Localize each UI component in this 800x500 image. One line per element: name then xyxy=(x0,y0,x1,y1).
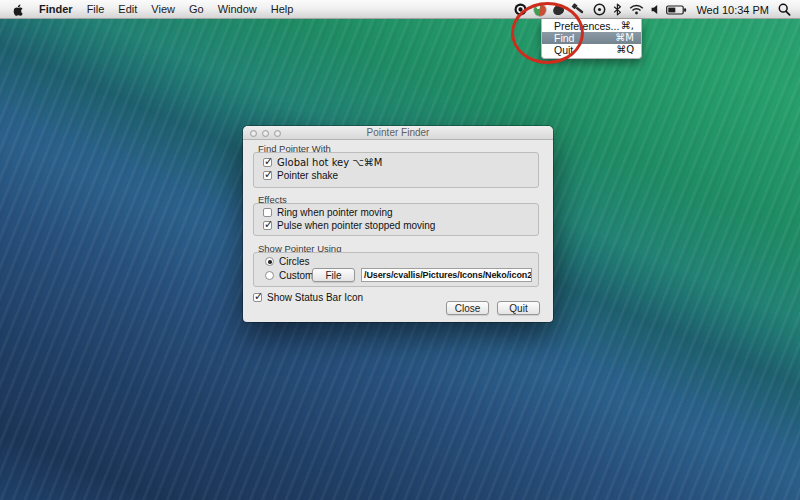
menu-item-shortcut: ⌘, xyxy=(621,20,634,32)
radio-label: Circles xyxy=(279,256,310,267)
checkbox-pointer-shake[interactable]: Pointer shake xyxy=(263,170,338,181)
checkbox-icon xyxy=(253,293,262,302)
menu-item-label: Preferences... xyxy=(554,20,619,32)
radio-label: Custom xyxy=(279,270,313,281)
status-item-menu: Preferences... ⌘, Find ⌘M Quit ⌘Q xyxy=(541,19,642,59)
radio-custom[interactable]: Custom xyxy=(265,270,313,281)
menu-finder[interactable]: Finder xyxy=(32,0,80,19)
checkbox-label: Ring when pointer moving xyxy=(277,207,393,218)
menu-file[interactable]: File xyxy=(80,0,112,19)
quit-button[interactable]: Quit xyxy=(497,301,540,315)
checkbox-icon xyxy=(263,171,272,180)
radio-icon xyxy=(265,271,274,280)
menu-view[interactable]: View xyxy=(144,0,182,19)
menu-item-quit[interactable]: Quit ⌘Q xyxy=(542,44,641,56)
pointer-finder-status-icon[interactable] xyxy=(514,3,527,16)
menu-item-shortcut: ⌘Q xyxy=(616,44,634,56)
volume-icon[interactable] xyxy=(651,4,659,15)
menu-window[interactable]: Window xyxy=(211,0,264,19)
custom-icon-path-field[interactable]: /Users/cvallis/Pictures/Icons/Neko/icon2 xyxy=(361,268,532,282)
globe-app-status-icon[interactable] xyxy=(534,4,546,16)
window-title: Pointer Finder xyxy=(243,127,553,138)
menu-help[interactable]: Help xyxy=(264,0,301,19)
menubar: Finder File Edit View Go Window Help xyxy=(0,0,800,19)
menu-item-label: Find xyxy=(554,32,574,44)
radio-icon xyxy=(265,257,274,266)
menu-item-find[interactable]: Find ⌘M xyxy=(542,32,641,44)
checkbox-icon xyxy=(263,208,272,217)
status-tray: Wed 10:34 PM xyxy=(514,0,800,19)
flashlight-status-icon[interactable] xyxy=(571,3,586,16)
file-button[interactable]: File xyxy=(312,268,355,282)
menubar-clock[interactable]: Wed 10:34 PM xyxy=(694,4,771,16)
menu-item-preferences[interactable]: Preferences... ⌘, xyxy=(542,20,641,32)
checkbox-ring-when-moving[interactable]: Ring when pointer moving xyxy=(263,207,393,218)
circle-dot-status-icon[interactable] xyxy=(593,3,606,16)
checkbox-label: Global hot key ⌥⌘M xyxy=(277,157,382,168)
checkbox-global-hot-key[interactable]: Global hot key ⌥⌘M xyxy=(263,157,382,168)
mouse-status-icon[interactable] xyxy=(553,5,564,15)
checkbox-show-status-bar-icon[interactable]: Show Status Bar Icon xyxy=(253,292,363,303)
spotlight-icon[interactable] xyxy=(778,3,791,16)
checkbox-icon xyxy=(263,221,272,230)
close-button[interactable]: Close xyxy=(446,301,489,315)
desktop[interactable]: Finder File Edit View Go Window Help xyxy=(0,0,800,500)
checkbox-label: Pointer shake xyxy=(277,170,338,181)
wifi-icon[interactable] xyxy=(629,4,644,15)
pointer-finder-window: Pointer Finder Find Pointer With Global … xyxy=(243,126,553,322)
radio-circles[interactable]: Circles xyxy=(265,256,310,267)
menu-item-shortcut: ⌘M xyxy=(615,32,634,44)
bluetooth-icon[interactable] xyxy=(613,3,622,16)
battery-icon[interactable] xyxy=(666,5,687,15)
menu-go[interactable]: Go xyxy=(182,0,211,19)
checkbox-pulse-when-stopped[interactable]: Pulse when pointer stopped moving xyxy=(263,220,435,231)
apple-menu-icon[interactable] xyxy=(12,3,24,16)
checkbox-icon xyxy=(263,158,272,167)
checkbox-label: Pulse when pointer stopped moving xyxy=(277,220,435,231)
checkbox-label: Show Status Bar Icon xyxy=(267,292,363,303)
menu-item-label: Quit xyxy=(554,44,573,56)
window-titlebar[interactable]: Pointer Finder xyxy=(243,126,553,140)
menu-edit[interactable]: Edit xyxy=(111,0,144,19)
